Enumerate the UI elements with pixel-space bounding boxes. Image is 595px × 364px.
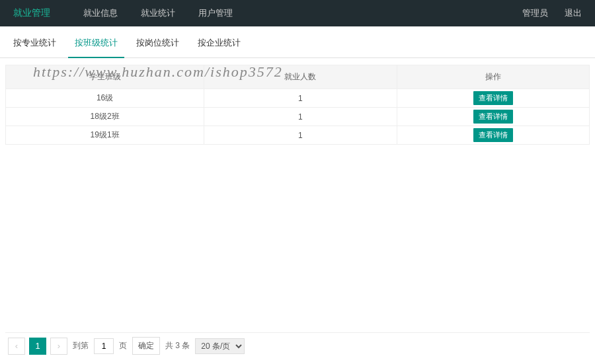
header-count: 就业人数 xyxy=(204,65,397,89)
cell-class: 19级1班 xyxy=(6,126,204,145)
view-detail-button[interactable]: 查看详情 xyxy=(473,110,513,124)
stats-table: 学生班级 就业人数 操作 16级 1 查看详情 18级2班 1 查看详情 19级… xyxy=(5,65,590,145)
navbar: 就业管理 就业信息 就业统计 用户管理 管理员 退出 xyxy=(0,0,595,26)
cell-class: 18级2班 xyxy=(6,108,204,126)
cell-action: 查看详情 xyxy=(397,89,589,108)
tabs: 按专业统计 按班级统计 按岗位统计 按企业统计 xyxy=(0,28,595,58)
table-row: 16级 1 查看详情 xyxy=(6,89,590,108)
tab-by-class[interactable]: 按班级统计 xyxy=(68,28,124,58)
nav-link-logout[interactable]: 退出 xyxy=(565,7,582,19)
tab-by-major[interactable]: 按专业统计 xyxy=(7,28,63,58)
cell-count: 1 xyxy=(204,126,397,145)
cell-action: 查看详情 xyxy=(397,126,589,145)
tab-by-position[interactable]: 按岗位统计 xyxy=(130,28,186,58)
table-row: 18级2班 1 查看详情 xyxy=(6,108,590,126)
nav-link-stats[interactable]: 就业统计 xyxy=(141,7,175,19)
view-detail-button[interactable]: 查看详情 xyxy=(473,91,513,105)
cell-class: 16级 xyxy=(6,89,204,108)
nav-link-info[interactable]: 就业信息 xyxy=(83,7,118,19)
navbar-right: 管理员 退出 xyxy=(506,7,582,19)
nav-link-users[interactable]: 用户管理 xyxy=(198,7,233,19)
cell-count: 1 xyxy=(204,108,397,126)
nav-link-admin[interactable]: 管理员 xyxy=(522,7,548,19)
tab-by-company[interactable]: 按企业统计 xyxy=(191,28,247,58)
header-class: 学生班级 xyxy=(6,65,204,89)
view-detail-button[interactable]: 查看详情 xyxy=(473,128,513,142)
navbar-left: 就业管理 就业信息 就业统计 用户管理 xyxy=(13,7,256,19)
header-action: 操作 xyxy=(397,65,589,89)
table-header-row: 学生班级 就业人数 操作 xyxy=(6,65,590,89)
cell-action: 查看详情 xyxy=(397,108,589,126)
table-row: 19级1班 1 查看详情 xyxy=(6,126,590,145)
content: https://www.huzhan.com/ishop3572 学生班级 就业… xyxy=(0,58,595,145)
cell-count: 1 xyxy=(204,89,397,108)
brand: 就业管理 xyxy=(13,7,50,19)
